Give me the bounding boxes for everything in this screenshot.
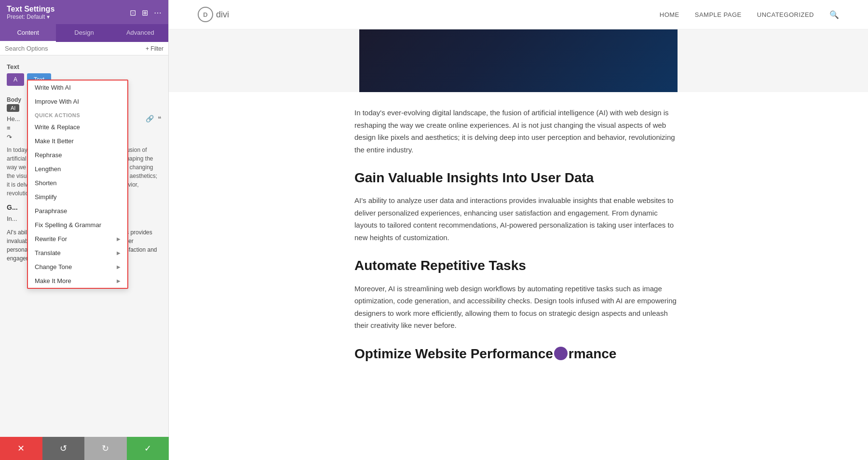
layout-icon[interactable]: ⊞ — [142, 8, 148, 17]
left-panel: Text Settings Preset: Default ▾ ⊡ ⊞ ⋯ Co… — [0, 0, 169, 460]
section-body-0: AI's ability to analyze user data and in… — [354, 194, 682, 244]
dropdown-make-better[interactable]: Make It Better — [28, 134, 127, 148]
settings-icon[interactable]: ⊡ — [130, 8, 136, 17]
redo-small-icon: ↷ — [7, 134, 12, 141]
search-icon[interactable]: 🔍 — [829, 10, 839, 19]
link-icon[interactable]: 🔗 — [146, 115, 154, 122]
logo-text: divi — [216, 10, 229, 20]
dropdown-quick-actions-label: Quick Actions — [28, 108, 127, 120]
inline-icons: 🔗 ❝ — [146, 115, 162, 122]
dropdown-fix-spelling[interactable]: Fix Spelling & Grammar — [28, 218, 127, 232]
panel-preset[interactable]: Preset: Default ▾ — [7, 14, 54, 20]
section-heading-0: Gain Valuable Insights Into User Data — [354, 169, 682, 187]
logo-circle: D — [198, 7, 213, 22]
quote-icon[interactable]: ❝ — [158, 115, 162, 122]
panel-search: + Filter — [0, 42, 168, 55]
undo-button[interactable]: ↺ — [42, 437, 85, 460]
nav-uncategorized[interactable]: UNCATEGORIZED — [757, 11, 814, 18]
dropdown-simplify[interactable]: Simplify — [28, 190, 127, 204]
make-more-arrow: ▶ — [117, 278, 121, 284]
dropdown-translate[interactable]: Translate ▶ — [28, 246, 127, 260]
tab-content[interactable]: Content — [0, 24, 56, 42]
bottom-bar: ✕ ↺ ↻ ✓ — [0, 437, 169, 460]
article-content: In today's ever-evolving digital landsca… — [335, 92, 702, 390]
ai-pill: AI — [7, 104, 19, 112]
dropdown-lengthen[interactable]: Lengthen — [28, 162, 127, 176]
section-body-1: Moreover, AI is streamlining web design … — [354, 283, 682, 332]
close-button[interactable]: ✕ — [0, 437, 42, 460]
tab-design[interactable]: Design — [56, 24, 112, 42]
inline-label: He... — [7, 115, 20, 122]
dropdown-rewrite-for[interactable]: Rewrite For ▶ — [28, 232, 127, 246]
right-content: D divi HOME SAMPLE PAGE UNCATEGORIZED 🔍 … — [169, 0, 868, 460]
nav-home[interactable]: HOME — [660, 11, 679, 18]
list-icon: ≡ — [7, 124, 11, 132]
panel-header: Text Settings Preset: Default ▾ ⊡ ⊞ ⋯ — [0, 0, 168, 24]
confirm-button[interactable]: ✓ — [127, 437, 169, 460]
redo-button[interactable]: ↻ — [84, 437, 127, 460]
panel-title: Text Settings — [7, 5, 54, 14]
dropdown-change-tone[interactable]: Change Tone ▶ — [28, 260, 127, 274]
dropdown-rephrase[interactable]: Rephrase — [28, 148, 127, 162]
more-icon[interactable]: ⋯ — [154, 8, 162, 17]
dropdown-shorten[interactable]: Shorten — [28, 176, 127, 190]
section-heading-2: Optimize Website Performancermance — [354, 345, 682, 363]
rewrite-for-arrow: ▶ — [117, 236, 121, 242]
site-header: D divi HOME SAMPLE PAGE UNCATEGORIZED 🔍 — [169, 0, 868, 29]
dropdown-write-with-ai[interactable]: Write With AI — [28, 81, 127, 95]
section-heading-1: Automate Repetitive Tasks — [354, 257, 682, 274]
filter-button[interactable]: + Filter — [146, 45, 163, 52]
site-logo: D divi — [198, 7, 229, 22]
panel-header-left: Text Settings Preset: Default ▾ — [7, 5, 54, 20]
dropdown-write-replace[interactable]: Write & Replace — [28, 120, 127, 134]
change-tone-arrow: ▶ — [117, 264, 121, 270]
text-btn-a[interactable]: A — [7, 73, 24, 86]
article-intro: In today's ever-evolving digital landsca… — [354, 107, 682, 156]
dropdown-make-more[interactable]: Make It More ▶ — [28, 274, 127, 288]
translate-arrow: ▶ — [117, 250, 121, 256]
dropdown-paraphrase[interactable]: Paraphrase — [28, 204, 127, 218]
dropdown-improve-with-ai[interactable]: Improve With AI — [28, 95, 127, 108]
ai-dropdown-menu: Write With AI Improve With AI Quick Acti… — [27, 80, 128, 289]
tab-advanced[interactable]: Advanced — [112, 24, 168, 42]
chat-bubble-icon — [554, 347, 568, 360]
panel-tabs: Content Design Advanced — [0, 24, 168, 42]
search-input[interactable] — [5, 45, 146, 52]
panel-header-icons: ⊡ ⊞ ⋯ — [130, 8, 162, 17]
hero-image — [359, 29, 678, 92]
text-section-label: Text — [7, 63, 162, 70]
site-nav: HOME SAMPLE PAGE UNCATEGORIZED 🔍 — [660, 10, 839, 19]
nav-sample-page[interactable]: SAMPLE PAGE — [695, 11, 742, 18]
